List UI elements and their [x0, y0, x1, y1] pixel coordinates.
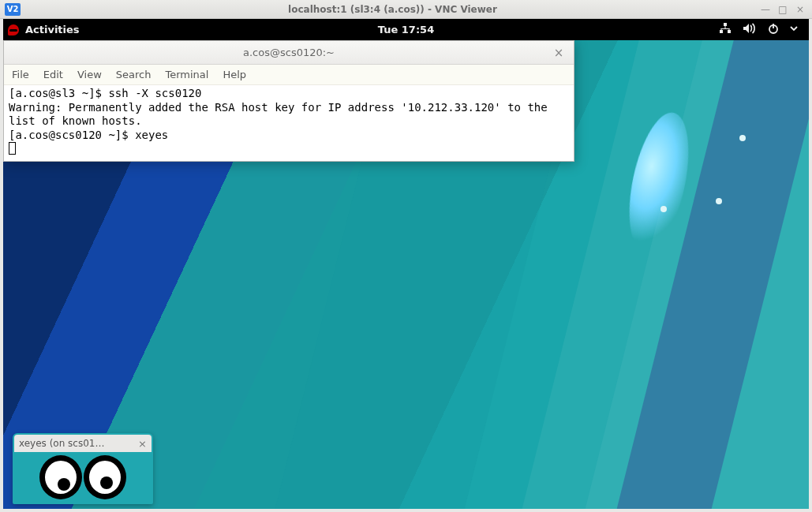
menu-help[interactable]: Help: [223, 69, 246, 80]
vnc-maximize-button[interactable]: □: [777, 4, 788, 15]
network-icon[interactable]: [719, 23, 732, 36]
terminal-window[interactable]: a.cos@scs0120:~ × File Edit View Search …: [3, 40, 574, 162]
terminal-titlebar[interactable]: a.cos@scs0120:~ ×: [4, 41, 574, 65]
vnc-minimize-button[interactable]: —: [760, 4, 771, 15]
terminal-cursor: [9, 142, 16, 155]
terminal-menubar: File Edit View Search Terminal Help: [4, 65, 574, 85]
svg-rect-0: [724, 23, 727, 26]
terminal-output[interactable]: [a.cos@sl3 ~]$ ssh -X scs0120 Warning: P…: [4, 85, 574, 161]
menu-file[interactable]: File: [12, 69, 29, 80]
volume-icon[interactable]: [743, 23, 757, 36]
xeyes-right-eye-icon: [84, 455, 126, 499]
menu-edit[interactable]: Edit: [43, 69, 63, 80]
menu-terminal[interactable]: Terminal: [165, 69, 208, 80]
svg-rect-4: [721, 28, 730, 29]
wallpaper-shape: [716, 198, 722, 204]
svg-rect-5: [721, 28, 722, 31]
xeyes-canvas: [14, 452, 152, 503]
xeyes-close-button[interactable]: ×: [138, 438, 147, 450]
terminal-line: Warning: Permanently added the RSA host …: [9, 101, 554, 128]
xeyes-title: xeyes (on scs01…: [19, 438, 133, 449]
vnc-remote-session: Activities Tue 17:54: [3, 19, 809, 509]
terminal-title: a.cos@scs0120:~: [4, 47, 574, 58]
power-icon[interactable]: [768, 23, 779, 36]
redhat-logo-icon: [8, 24, 19, 36]
activities-button[interactable]: Activities: [25, 24, 80, 36]
terminal-line: [a.cos@sl3 ~]$ ssh -X scs0120: [9, 87, 201, 99]
menu-view[interactable]: View: [77, 69, 102, 80]
gnome-top-bar: Activities Tue 17:54: [3, 19, 809, 40]
vnc-window-controls: — □ ×: [760, 4, 812, 15]
clock-label[interactable]: Tue 17:54: [378, 24, 434, 36]
xeyes-titlebar[interactable]: xeyes (on scs01… ×: [14, 435, 152, 452]
svg-rect-6: [729, 28, 730, 31]
vnc-titlebar[interactable]: V2 localhost:1 (sl3:4 (a.cos)) - VNC Vie…: [0, 0, 812, 19]
vnc-window-title: localhost:1 (sl3:4 (a.cos)) - VNC Viewer: [25, 4, 760, 15]
vnc-close-button[interactable]: ×: [795, 4, 806, 15]
terminal-line: [a.cos@scs0120 ~]$ xeyes: [9, 129, 168, 141]
vnc-app-icon: V2: [5, 3, 21, 16]
wallpaper-shape: [660, 206, 667, 212]
menu-search[interactable]: Search: [116, 69, 152, 80]
xeyes-left-eye-icon: [39, 455, 82, 499]
system-menu-chevron-icon[interactable]: [790, 23, 798, 36]
xeyes-window[interactable]: xeyes (on scs01… ×: [13, 433, 153, 504]
terminal-close-button[interactable]: ×: [552, 46, 566, 60]
wallpaper-shape: [739, 135, 746, 141]
